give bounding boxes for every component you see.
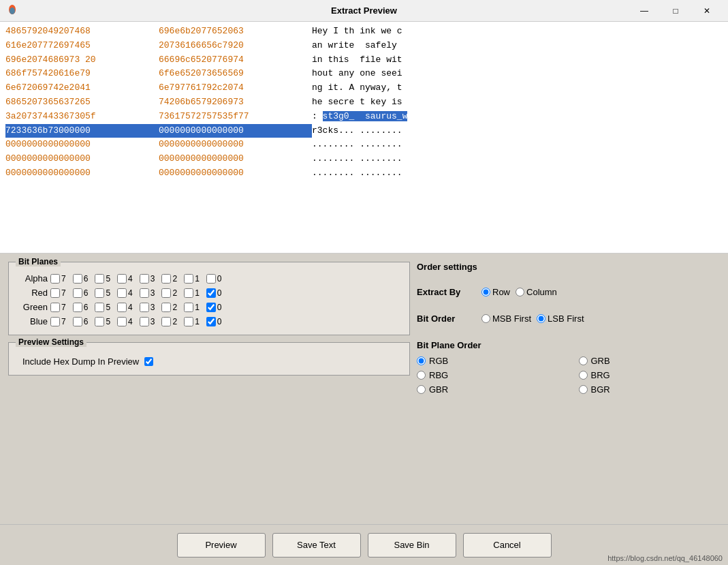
red-bit7-checkbox[interactable]: [50, 288, 60, 298]
hex-col3: r3cks... ........: [312, 124, 469, 138]
bit-1-group: 1: [184, 288, 204, 298]
alpha-bit0-checkbox[interactable]: [206, 274, 216, 284]
msb-first-radio[interactable]: [481, 314, 490, 323]
hex-col2: 20736166656c7920: [159, 39, 312, 53]
hex-col1: 0000000000000000: [5, 138, 159, 152]
bit-0-group: 0: [206, 274, 226, 284]
green-bit7-checkbox[interactable]: [50, 303, 60, 312]
extract-by-column-option[interactable]: Column: [516, 287, 557, 297]
close-button[interactable]: ✕: [691, 0, 723, 22]
cancel-button[interactable]: Cancel: [463, 533, 552, 558]
bit-2-label: 2: [172, 274, 177, 284]
extract-by-label: Extract By: [417, 287, 475, 297]
hex-col1: 3a20737443367305f: [5, 110, 159, 124]
hex-dump-label[interactable]: Include Hex Dump In Preview: [22, 356, 153, 367]
bit-6-group: 6: [73, 274, 93, 284]
bpo-gbr-option[interactable]: GBR: [417, 384, 558, 395]
hex-col3: he secre t key is: [312, 95, 469, 110]
bpo-bgr-option[interactable]: BGR: [579, 384, 721, 395]
blue-bit5-checkbox[interactable]: [95, 317, 104, 326]
blue-bit2-checkbox[interactable]: [161, 317, 171, 326]
maximize-button[interactable]: □: [660, 0, 691, 22]
bpo-rgb-radio[interactable]: [417, 356, 426, 365]
minimize-button[interactable]: —: [629, 0, 660, 22]
alpha-bit2-checkbox[interactable]: [161, 274, 171, 284]
bpo-gbr-radio[interactable]: [417, 385, 426, 394]
bpo-grb-label: GRB: [591, 356, 610, 366]
bit-plane-row: Blue76543210: [17, 316, 401, 326]
green-bit4-checkbox[interactable]: [117, 303, 127, 312]
red-bit6-checkbox[interactable]: [73, 288, 82, 298]
hex-col2: 0000000000000000: [159, 124, 312, 138]
bpo-bgr-radio[interactable]: [579, 385, 588, 394]
extract-by-row-radio[interactable]: [481, 288, 490, 296]
alpha-bit3-checkbox[interactable]: [140, 274, 149, 284]
title-bar-left: [5, 4, 19, 18]
green-bit0-checkbox[interactable]: [206, 303, 216, 312]
green-bit3-checkbox[interactable]: [140, 303, 149, 312]
settings-area: Bit Planes Alpha76543210Red76543210Green…: [0, 254, 728, 524]
red-bit3-checkbox[interactable]: [140, 288, 149, 298]
title-bar: Extract Preview — □ ✕: [0, 0, 728, 22]
blue-bit3-checkbox[interactable]: [140, 317, 149, 326]
alpha-bit6-checkbox[interactable]: [73, 274, 82, 284]
bpo-grb-radio[interactable]: [579, 356, 588, 365]
red-bit1-checkbox[interactable]: [184, 288, 193, 298]
red-bit5-checkbox[interactable]: [95, 288, 104, 298]
blue-bit0-checkbox[interactable]: [206, 317, 216, 326]
bit-2-group: 2: [161, 303, 181, 312]
bpo-rgb-option[interactable]: RGB: [417, 356, 558, 366]
blue-bit6-checkbox[interactable]: [73, 317, 82, 326]
alpha-bit7-checkbox[interactable]: [50, 274, 60, 284]
bit-5-group: 5: [95, 317, 114, 326]
bpo-rbg-radio[interactable]: [417, 371, 426, 380]
red-bit4-checkbox[interactable]: [117, 288, 127, 298]
blue-bit4-checkbox[interactable]: [117, 317, 127, 326]
bit-2-label: 2: [172, 303, 177, 312]
bit-5-label: 5: [106, 303, 110, 312]
bpo-rbg-option[interactable]: RBG: [417, 370, 558, 380]
save-text-button[interactable]: Save Text: [272, 533, 361, 558]
preview-button[interactable]: Preview: [177, 533, 266, 558]
alpha-bit4-checkbox[interactable]: [117, 274, 127, 284]
extract-by-row-option[interactable]: Row: [481, 287, 510, 297]
bit-6-label: 6: [84, 274, 89, 284]
bit-7-group: 7: [50, 303, 70, 312]
msb-first-option[interactable]: MSB First: [481, 314, 531, 324]
bit-7-label: 7: [61, 288, 66, 298]
msb-first-label: MSB First: [492, 314, 531, 324]
red-bit2-checkbox[interactable]: [161, 288, 171, 298]
bpo-grb-option[interactable]: GRB: [579, 356, 721, 366]
alpha-bit1-checkbox[interactable]: [184, 274, 193, 284]
hex-col2: 74206b6579206973: [159, 95, 312, 110]
save-bin-button[interactable]: Save Bin: [368, 533, 456, 558]
lsb-first-option[interactable]: LSB First: [537, 314, 584, 324]
hex-preview[interactable]: 4865792049207468 696e6b2077652063 Hey I …: [0, 22, 728, 254]
bpo-brg-option[interactable]: BRG: [579, 370, 721, 380]
bit-1-label: 1: [195, 303, 200, 312]
blue-bit1-checkbox[interactable]: [184, 317, 193, 326]
green-bit2-checkbox[interactable]: [161, 303, 171, 312]
alpha-bit5-checkbox[interactable]: [95, 274, 104, 284]
bit-3-label: 3: [151, 317, 155, 326]
hex-col2: 0000000000000000: [159, 166, 312, 181]
green-bit6-checkbox[interactable]: [73, 303, 82, 312]
red-bit0-checkbox[interactable]: [206, 288, 216, 298]
bpo-brg-radio[interactable]: [579, 371, 588, 380]
hex-row: 6865207365637265 74206b6579206973 he sec…: [5, 95, 723, 110]
extract-by-column-radio[interactable]: [516, 288, 524, 296]
green-bit1-checkbox[interactable]: [184, 303, 193, 312]
hex-col1: 616e207772697465: [5, 39, 159, 53]
bit-6-group: 6: [73, 317, 93, 326]
bit-6-label: 6: [84, 288, 89, 298]
blue-bit7-checkbox[interactable]: [50, 317, 60, 326]
bit-4-group: 4: [117, 274, 137, 284]
bit-plane-order-section: Bit Plane Order RGBGRBRBGBRGGBRBGR: [417, 340, 720, 395]
hex-col1: 6865207365637265: [5, 95, 159, 110]
hex-row: 0000000000000000 0000000000000000 ......…: [5, 138, 723, 152]
green-bit5-checkbox[interactable]: [95, 303, 104, 312]
bit-plane-row: Red76543210: [17, 288, 401, 298]
hex-dump-checkbox[interactable]: [144, 357, 153, 366]
lsb-first-radio[interactable]: [537, 314, 545, 323]
bpo-rgb-label: RGB: [429, 356, 448, 366]
